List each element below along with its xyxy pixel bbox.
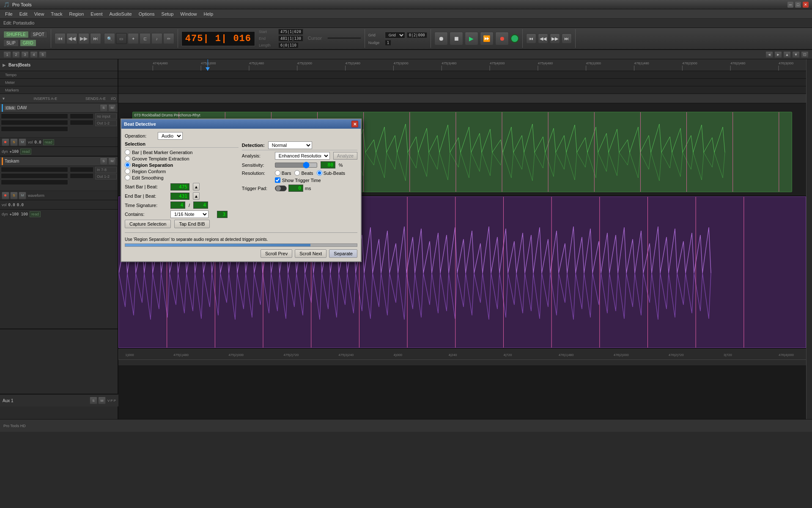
tap-end-bib-btn[interactable]: Tap End BIB [174,220,209,228]
insert-slot-1[interactable] [1,113,68,119]
transport-ff-btn[interactable]: ⏩ [480,32,494,45]
aux-m-btn[interactable]: M [98,397,106,404]
contains-num-input[interactable] [217,211,228,218]
transport-record-btn[interactable]: ⏺ [495,32,509,45]
trigger-pad-input[interactable]: 0 [288,185,303,192]
menu-item-setup[interactable]: Setup [158,11,177,17]
minimize-button[interactable]: ─ [787,2,793,8]
beat-detective-dialog[interactable]: Beat Detective ✕ Operation: Audio MIDI S… [121,119,362,262]
taskam-insert-1[interactable] [1,167,68,172]
time-sig-num-input[interactable] [170,202,185,209]
spot-mode-btn[interactable]: SPOT [30,31,47,38]
menu-item-edit[interactable]: Edit [16,11,31,17]
v-scrollbar[interactable] [806,59,812,419]
zoom-fit[interactable]: ⊡ [801,51,809,58]
num-key-4[interactable]: 4 [30,51,38,58]
col-down-arrow[interactable]: ▼ [2,97,5,101]
end-bar-input[interactable]: 431 [170,193,189,200]
rewind2-btn[interactable]: ◀◀ [66,33,77,44]
daw-dyn-auto[interactable]: read [20,149,31,155]
smart-tool-btn[interactable]: ✦ [128,33,139,44]
show-trigger-checkbox[interactable] [275,177,280,183]
zoom-v-out[interactable]: ▼ [792,51,800,58]
send-slot-2[interactable] [70,120,93,125]
daw-io-out[interactable]: Out 1-2 [95,120,117,126]
transport-stop-btn[interactable]: ⏹ [450,32,463,45]
ffw-btn[interactable]: ▶▶ [550,33,560,44]
start-bar-input[interactable]: 475 [170,183,189,190]
num-key-5[interactable]: 5 [39,51,47,58]
taskam-send-1[interactable] [70,167,93,172]
taskam-insert-3[interactable] [1,179,68,185]
daw-io-in[interactable]: no input [95,113,117,119]
taskam-dyn-auto[interactable]: read [30,211,41,217]
taskam-mute-btn[interactable]: M [19,192,26,199]
radio-groove-input[interactable] [125,156,130,161]
zoom-v-in[interactable]: ▲ [783,51,791,58]
taskam-io-in[interactable]: In 7-8 [95,167,117,173]
radio-bar-beat-input[interactable] [125,149,130,155]
slip-mode-btn[interactable]: SLIP [3,39,19,47]
fastfwd-btn[interactable]: ⏭ [90,33,101,44]
sensitivity-slider[interactable] [275,163,317,168]
menu-item-event[interactable]: Event [87,11,106,17]
pencil-tool-btn[interactable]: ✏ [163,33,174,44]
forward-btn[interactable]: ▶▶ [78,33,89,44]
num-key-1[interactable]: 1 [3,51,11,58]
prev-btn[interactable]: ⏮ [526,33,536,44]
start-bar-up-btn[interactable]: ▲ [193,183,200,190]
aux-s-btn[interactable]: S [90,397,97,404]
res-bars-radio[interactable] [275,170,280,176]
menu-item-audiosuite[interactable]: AudioSuite [106,11,135,17]
zoom-h-out[interactable]: ► [774,51,782,58]
taskam-insert-2[interactable] [1,173,68,179]
close-button[interactable]: ✕ [803,2,809,8]
trigger-pad-toggle[interactable] [275,185,287,191]
grid-mode-btn[interactable]: GRID [20,39,36,47]
contains-select[interactable]: 1/16 Note 1/8 Note 1/4 Note [170,210,208,218]
taskam-io-out[interactable]: Out 1-2 [95,174,117,179]
menu-item-view[interactable]: View [31,11,48,17]
taskam-send-2[interactable] [70,173,93,179]
grid-select[interactable]: Grid [385,32,405,39]
num-key-2[interactable]: 2 [12,51,20,58]
operation-select[interactable]: Audio MIDI [158,132,183,140]
dialog-close-btn[interactable]: ✕ [351,121,358,127]
daw-rec-btn[interactable]: ⏺ [2,138,9,146]
send-slot-1[interactable] [70,113,93,119]
time-sig-den-input[interactable] [193,202,208,209]
collapse-arrow[interactable]: ▶ [3,63,6,67]
rewind-btn[interactable]: ⏮ [55,33,66,44]
h-scrollbar[interactable] [118,359,806,365]
insert-slot-2[interactable] [1,120,68,125]
menu-item-file[interactable]: File [2,11,16,17]
capture-selection-btn[interactable]: Capture Selection [125,220,171,228]
daw-mute-btn[interactable]: M [19,138,26,146]
transport-play-btn[interactable]: ▶ [465,32,478,45]
menu-item-region[interactable]: Region [66,11,87,17]
zoom-tool-btn[interactable]: 🔍 [104,33,115,44]
detection-select[interactable]: Normal High Emphasis Low Emphasis [268,141,312,149]
separate-btn[interactable]: Separate [329,249,357,258]
menu-item-help[interactable]: Help [200,11,217,17]
trim-tool-btn[interactable]: ⊏ [140,33,151,44]
daw-solo-btn[interactable]: S [10,138,18,146]
taskam-rec-btn[interactable]: ⏺ [2,192,9,199]
daw-auto-mode[interactable]: read [43,139,54,145]
next-btn[interactable]: ⏭ [562,33,572,44]
taskam-m-btn[interactable]: M [108,157,116,165]
scroll-prev-btn[interactable]: Scroll Prev [261,249,292,258]
volume-tool-btn[interactable]: ♪ [151,33,162,44]
select-tool-btn[interactable]: ▭ [116,33,127,44]
menu-item-window[interactable]: Window [177,11,200,17]
scroll-next-btn[interactable]: Scroll Next [295,249,326,258]
analysis-select[interactable]: Enhanced Resolution Normal [275,152,330,160]
radio-edit-smooth-input[interactable] [125,175,130,180]
shuffle-mode-btn[interactable]: SHUFFLE [3,31,29,38]
analyze-btn[interactable]: Analyze [333,152,357,160]
transport-rtze-btn[interactable]: ⏺ [434,32,448,45]
radio-region-conform-input[interactable] [125,168,130,174]
taskam-s-btn[interactable]: S [100,157,107,165]
insert-slot-3[interactable] [1,126,68,132]
radio-region-sep-input[interactable] [125,162,130,168]
